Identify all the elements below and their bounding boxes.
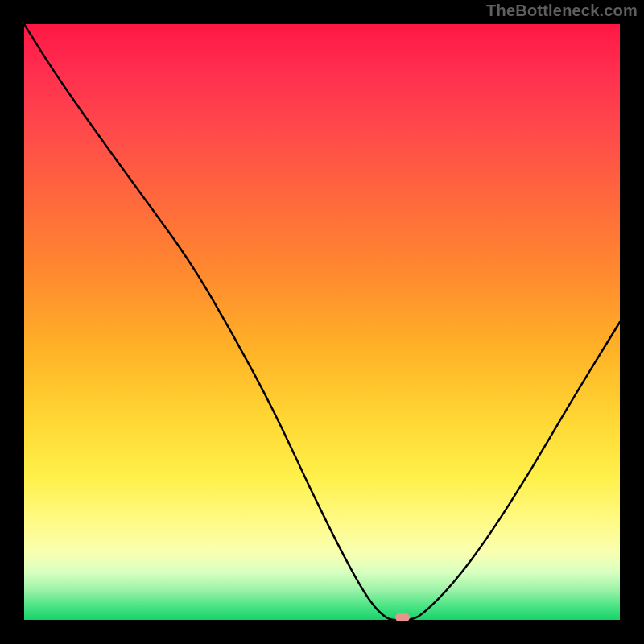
optimal-marker	[395, 613, 410, 621]
chart-frame: TheBottleneck.com	[0, 0, 644, 644]
watermark-text: TheBottleneck.com	[486, 2, 638, 20]
bottleneck-curve	[24, 24, 620, 620]
curve-line	[24, 24, 620, 620]
plot-area	[24, 24, 620, 620]
